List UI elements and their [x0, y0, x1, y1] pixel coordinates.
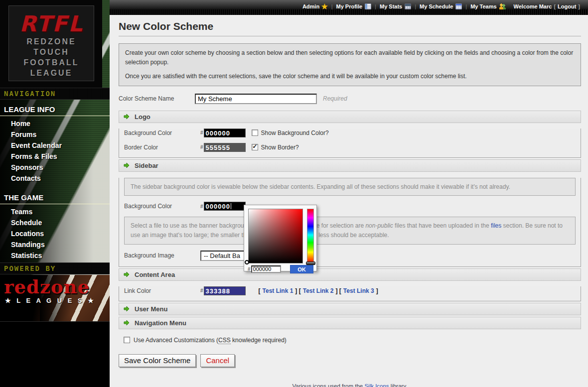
league-logo: RTFL REDZONE TOUCH FOOTBALL LEAGUE: [8, 5, 94, 81]
hue-bar[interactable]: [307, 209, 314, 263]
show-border-checkbox[interactable]: [252, 144, 258, 150]
topbar-my-teams-link[interactable]: My Teams: [470, 3, 505, 9]
cancel-button[interactable]: Cancel: [200, 354, 235, 367]
bracket: [: [299, 287, 301, 294]
green-arrow-icon: [124, 114, 130, 120]
sidebar-item-statistics[interactable]: Statistics: [0, 251, 110, 261]
hash-prefix: #: [248, 266, 251, 272]
label-text: knowledge required): [231, 337, 287, 344]
advanced-customizations-label: Use Advanced Customizations (CSS knowled…: [134, 337, 287, 344]
picker-hex-input[interactable]: [251, 265, 281, 273]
sidebar-item-teams[interactable]: Teams: [0, 207, 110, 218]
banner-background-note: Select a file to use as the banner backg…: [124, 217, 576, 244]
bracket: [: [339, 287, 341, 294]
sidebar-item-standings[interactable]: Standings: [0, 240, 110, 251]
bracket: ]: [295, 287, 297, 294]
sidebar-background-color-swatch[interactable]: 000000: [204, 202, 246, 211]
topbar-my-stats-link[interactable]: My Stats: [380, 3, 411, 9]
logout-link[interactable]: Logout: [558, 3, 576, 9]
picker-controls: # OK: [248, 265, 313, 273]
files-link[interactable]: files: [491, 222, 501, 229]
star-icon: ★: [321, 2, 328, 10]
swatch-hex-text: 000000: [206, 203, 230, 210]
logo-border-color-swatch[interactable]: 555555: [204, 143, 246, 152]
section-header-logo[interactable]: Logo: [119, 111, 581, 123]
bracket: ]: [578, 3, 580, 9]
main-content: New Color Scheme Create your own color s…: [110, 15, 588, 387]
green-arrow-icon: [124, 306, 130, 312]
form-buttons: Save Color Scheme Cancel: [119, 354, 581, 367]
section-header-content-area[interactable]: Content Area: [119, 268, 581, 281]
welcome-text: Welcome Marc: [514, 3, 552, 9]
css-abbr: CSS: [218, 337, 231, 344]
logo-background-color-swatch[interactable]: 000000: [204, 129, 246, 137]
bracket: [: [554, 3, 556, 9]
topbar-my-schedule-link[interactable]: My Schedule: [420, 3, 462, 9]
logo-line: FOOTBALL: [9, 57, 94, 68]
background-image-label: Background Image: [124, 252, 200, 259]
sidebar-bottom-fill: [0, 321, 110, 387]
sidebar-item-forums[interactable]: Forums: [0, 129, 110, 140]
intro-paragraph-2: Once you are satisfied with the current …: [125, 72, 575, 81]
logo-acronym: RTFL: [9, 11, 94, 36]
green-arrow-icon: [124, 271, 130, 277]
topbar-my-profile-link[interactable]: My Profile: [336, 3, 372, 9]
menu-section-league-info: LEAGUE INFO: [0, 102, 110, 116]
test-link-2[interactable]: Test Link 2: [303, 287, 334, 294]
calendar-icon: [455, 3, 462, 9]
color-scheme-name-row: Color Scheme Name Required: [119, 94, 581, 104]
my-profile-label: My Profile: [336, 3, 363, 9]
sidebar-item-home[interactable]: Home: [0, 119, 110, 129]
my-teams-label: My Teams: [470, 3, 496, 9]
section-title: Logo: [135, 113, 150, 121]
color-picker-popup: # OK: [244, 205, 317, 271]
sidebar-item-forms-files[interactable]: Forms & Files: [0, 151, 110, 162]
link-color-swatch[interactable]: 333388: [204, 286, 246, 295]
color-scheme-name-label: Color Scheme Name: [119, 95, 195, 102]
color-selection-marker[interactable]: [245, 260, 249, 264]
sidebar-item-schedule[interactable]: Schedule: [0, 218, 110, 229]
section-title: Content Area: [135, 271, 175, 278]
saturation-value-gradient[interactable]: [248, 209, 303, 263]
test-link-3[interactable]: Test Link 3: [343, 287, 374, 294]
required-hint: Required: [323, 95, 347, 102]
sidebar-item-locations[interactable]: Locations: [0, 229, 110, 240]
sidebar-item-sponsors[interactable]: Sponsors: [0, 162, 110, 173]
sidebar-note: The sidebar background color is viewable…: [124, 178, 576, 196]
picker-ok-button[interactable]: OK: [290, 265, 313, 273]
note-text: files that have been uploaded in the: [393, 222, 491, 229]
hash-prefix: #: [200, 204, 203, 209]
silk-icons-link[interactable]: Silk Icons: [364, 383, 389, 387]
section-header-sidebar[interactable]: Sidebar: [119, 159, 581, 172]
green-arrow-icon: [124, 162, 130, 168]
hue-slider-handle[interactable]: [306, 261, 315, 265]
background-color-label: Background Color: [124, 129, 200, 136]
topbar-separator: |: [465, 3, 467, 9]
background-color-label: Background Color: [124, 203, 200, 210]
section-title: Navigation Menu: [135, 319, 186, 327]
section-header-user-menu[interactable]: User Menu: [119, 303, 581, 315]
sidebar-item-contacts[interactable]: Contacts: [0, 173, 110, 184]
scheme-sections: Logo Background Color # 000000 Show Back…: [119, 111, 581, 329]
section-header-navigation-menu[interactable]: Navigation Menu: [119, 317, 581, 329]
test-link-1[interactable]: Test Link 1: [263, 287, 294, 294]
logo-background-color-row: Background Color # 000000 Show Backgroun…: [119, 129, 581, 137]
title-divider: [119, 36, 581, 36]
topbar-admin-link[interactable]: Admin★: [302, 2, 328, 10]
section-body-logo: Background Color # 000000 Show Backgroun…: [119, 129, 581, 158]
page: RTFL REDZONE TOUCH FOOTBALL LEAGUE NAVIG…: [0, 0, 588, 387]
footer-text: Various icons used from the: [293, 383, 365, 387]
navigation-band: NAVIGATION: [0, 88, 110, 100]
note-emphasis: non-public: [365, 222, 393, 229]
border-color-label: Border Color: [124, 144, 200, 151]
advanced-customizations-row: Use Advanced Customizations (CSS knowled…: [124, 337, 581, 344]
powered-by-band: POWERED BY: [0, 262, 110, 274]
topbar-separator: |: [375, 3, 376, 9]
bracket: ]: [376, 287, 378, 294]
bracket: [: [259, 287, 261, 294]
save-color-scheme-button[interactable]: Save Color Scheme: [119, 354, 196, 367]
advanced-customizations-checkbox[interactable]: [124, 337, 130, 343]
show-background-color-checkbox[interactable]: [252, 129, 258, 136]
color-scheme-name-input[interactable]: [195, 94, 317, 104]
sidebar-item-event-calendar[interactable]: Event Calendar: [0, 140, 110, 151]
